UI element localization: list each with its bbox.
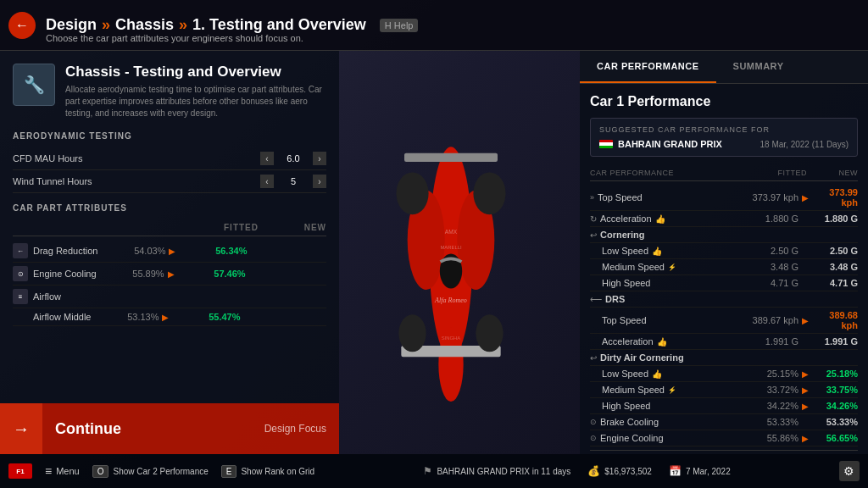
drag-name: Drag Reduction	[33, 246, 97, 256]
settings-button[interactable]: ⚙	[839, 461, 860, 481]
header: ← Design » Chassis » 1. Testing and Over…	[0, 0, 868, 51]
engine-cooling-row: ⊙ Engine Cooling 55.89% ▶ 57.46%	[13, 263, 326, 286]
perf-col-header: CAR PERFORMANCE	[590, 169, 739, 177]
tab-bar: CAR PERFORMANCE SUMMARY	[580, 51, 868, 84]
bottom-center: ⚑ BAHRAIN GRAND PRIX in 11 days 💰 $16,97…	[423, 465, 730, 477]
svg-point-7	[476, 314, 503, 352]
engine-cooling-perf-row: ⊙ Engine Cooling 55.86% ▶ 56.65%	[590, 430, 858, 446]
svg-point-6	[398, 314, 426, 352]
airflow-icon: ≡	[13, 289, 28, 304]
rank-key: E	[221, 465, 237, 478]
continue-button[interactable]: Continue	[42, 420, 264, 438]
svg-text:SINGHA: SINGHA	[442, 336, 461, 341]
suggested-box: SUGGESTED CAR PERFORMANCE FOR BAHRAIN GR…	[590, 118, 858, 157]
bahrain-flag	[599, 140, 613, 148]
wind-increase[interactable]: ›	[313, 175, 326, 188]
money-icon: 💰	[587, 465, 600, 477]
airflow-middle-new: 55.47%	[172, 312, 240, 322]
high-speed-cornering: High Speed 4.71 G 4.71 G	[590, 275, 858, 291]
aero-label: AERODYNAMIC TESTING	[13, 131, 326, 141]
breadcrumb-testing: 1. Testing and Overview	[192, 16, 366, 34]
perf-table: CAR PERFORMANCE FITTED NEW » Top Speed 3…	[590, 165, 858, 446]
left-panel: 🔧 Chassis - Testing and Overview Allocat…	[0, 51, 339, 454]
car-parts-label: CAR PART ATTRIBUTES	[13, 203, 326, 213]
top-speed-row: » Top Speed 373.97 kph ▶ 373.99 kph	[590, 185, 858, 211]
show-rank-button[interactable]: E Show Rank on Grid	[221, 465, 314, 478]
help-badge[interactable]: H Help	[380, 19, 419, 32]
gp-status-text: BAHRAIN GRAND PRIX in 11 days	[437, 467, 570, 476]
dirty-medium-speed: Medium Speed ⚡ 33.72% ▶ 33.75%	[590, 382, 858, 398]
new-col-perf-header: NEW	[807, 169, 858, 177]
rank-label: Show Rank on Grid	[241, 467, 314, 476]
perf-title: Car 1 Performance	[590, 94, 858, 109]
perf-table-header: CAR PERFORMANCE FITTED NEW	[590, 165, 858, 181]
breadcrumb-chassis: Chassis	[115, 16, 174, 34]
design-focus-label: Design Focus	[264, 423, 339, 435]
svg-point-9	[473, 172, 505, 214]
acceleration-row: ↻ Acceleration 👍 1.880 G 1.880 G	[590, 211, 858, 227]
tab-car-performance[interactable]: CAR PERFORMANCE	[580, 51, 716, 83]
engine-fitted: 55.89%	[97, 269, 164, 279]
date-value: 7 Mar, 2022	[686, 467, 731, 476]
money-value: $16,973,502	[604, 467, 652, 476]
gp-date: 18 Mar, 2022 (11 Days)	[760, 140, 849, 149]
airflow-name: Airflow	[33, 291, 61, 302]
date-icon: 📅	[669, 465, 682, 477]
car-svg: Alfa Romeo AMX MARELLI SINGHA	[358, 66, 544, 439]
wind-tunnel-controls: ‹ 5 ›	[260, 175, 326, 188]
date-status: 📅 7 Mar, 2022	[669, 465, 731, 477]
drag-new: 56.34%	[179, 246, 247, 256]
car2-label: Show Car 2 Performance	[113, 467, 208, 476]
medium-speed-cornering: Medium Speed ⚡ 3.48 G 3.48 G	[590, 259, 858, 275]
cfd-row: CFD MAU Hours ‹ 6.0 ›	[13, 147, 326, 170]
show-car2-button[interactable]: O Show Car 2 Performance	[92, 465, 209, 478]
menu-button[interactable]: ≡ Menu	[45, 464, 80, 478]
brake-cooling-row: ⊙ Brake Cooling 53.33% 53.33%	[590, 414, 858, 430]
section-header: 🔧 Chassis - Testing and Overview Allocat…	[13, 64, 326, 119]
suggested-label: SUGGESTED CAR PERFORMANCE FOR	[599, 125, 849, 134]
back-button[interactable]: ←	[8, 12, 36, 39]
drs-group: ⟵ DRS	[590, 291, 858, 308]
new-col-header: NEW	[259, 223, 326, 232]
svg-text:Alfa Romeo: Alfa Romeo	[434, 297, 467, 304]
chassis-icon: 🔧	[13, 64, 55, 106]
cfd-value: 6.0	[281, 153, 306, 164]
gp-status-icon: ⚑	[423, 465, 432, 477]
drag-reduction-row: ← Drag Reduction 54.03% ▶ 56.34%	[13, 240, 326, 263]
airflow-middle-arrow: ▶	[159, 313, 172, 322]
bottom-right: ⚙	[839, 461, 860, 481]
engine-icon: ⊙	[13, 266, 28, 281]
cornering-group: ↩ Cornering	[590, 227, 858, 243]
breadcrumb: Design » Chassis » 1. Testing and Overvi…	[46, 16, 418, 34]
engine-name: Engine Cooling	[33, 269, 97, 279]
header-subtitle: Choose the car part attributes your engi…	[46, 33, 303, 43]
car2-key: O	[92, 465, 109, 478]
f1-logo: F1	[8, 463, 32, 479]
dirty-high-speed: High Speed 34.22% ▶ 34.26%	[590, 398, 858, 414]
continue-section[interactable]: → Continue Design Focus	[0, 403, 339, 454]
drag-fitted: 54.03%	[97, 246, 165, 256]
wind-tunnel-label: Wind Tunnel Hours	[13, 176, 92, 186]
tab-summary[interactable]: SUMMARY	[716, 51, 801, 83]
section-desc: Allocate aerodynamic testing time to opt…	[65, 84, 326, 119]
cfd-increase[interactable]: ›	[313, 152, 326, 165]
low-speed-cornering: Low Speed 👍 2.50 G 2.50 G	[590, 243, 858, 259]
section-info: Chassis - Testing and Overview Allocate …	[65, 64, 326, 119]
continue-arrow-icon: →	[0, 403, 42, 454]
menu-icon: ≡	[45, 464, 52, 478]
wind-decrease[interactable]: ‹	[260, 175, 274, 188]
bottom-left: F1 ≡ Menu O Show Car 2 Performance E Sho…	[8, 463, 314, 479]
gp-row: BAHRAIN GRAND PRIX 18 Mar, 2022 (11 Days…	[599, 139, 849, 149]
fitted-col-perf-header: FITTED	[739, 169, 807, 177]
drag-icon: ←	[13, 243, 28, 258]
drs-top-speed: Top Speed 389.67 kph ▶ 389.68 kph	[590, 308, 858, 334]
breadcrumb-design: Design	[46, 16, 97, 34]
dirty-low-speed: Low Speed 👍 25.15% ▶ 25.18%	[590, 366, 858, 382]
cfd-decrease[interactable]: ‹	[260, 152, 274, 165]
bottom-bar: F1 ≡ Menu O Show Car 2 Performance E Sho…	[0, 454, 868, 488]
dirty-air-group: ↩ Dirty Air Cornering	[590, 350, 858, 366]
car-part-table: FITTED NEW ← Drag Reduction 54.03% ▶ 56.…	[13, 219, 326, 326]
svg-rect-5	[404, 153, 498, 162]
car-visual: Alfa Romeo AMX MARELLI SINGHA	[322, 51, 580, 454]
svg-text:AMX: AMX	[445, 229, 458, 235]
